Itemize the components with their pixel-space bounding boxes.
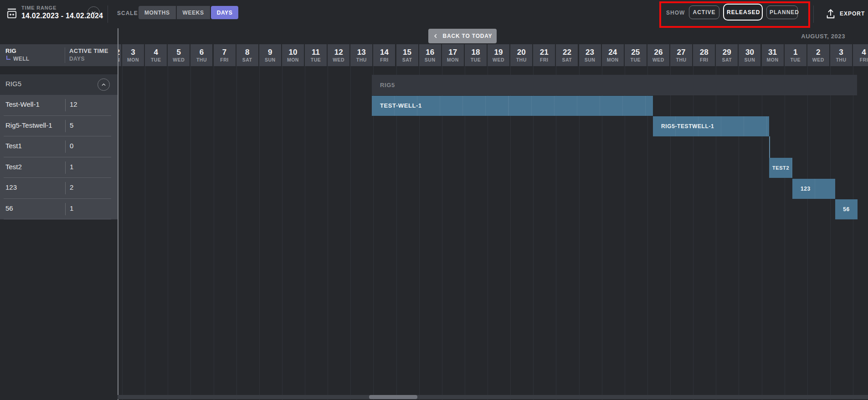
horizontal-scrollbar-thumb[interactable] (369, 395, 417, 399)
weekday-label: SAT (562, 57, 572, 62)
day-number: 4 (862, 48, 866, 57)
well-name: 123 (5, 183, 17, 191)
day-number: 23 (586, 48, 594, 57)
well-active-days: 1 (70, 163, 73, 171)
well-name: Rig5-Testwell-1 (5, 121, 52, 129)
weekday-label: MON (607, 57, 619, 62)
day-gridline (214, 44, 214, 400)
day-header-cell: 2WED (807, 44, 829, 66)
calendar-icon[interactable] (6, 6, 18, 20)
collapse-group-button[interactable] (98, 78, 110, 91)
well-row[interactable]: Test-Well-112 (0, 95, 118, 116)
scale-days-button[interactable]: DAYS (211, 6, 239, 19)
day-number: 4 (154, 48, 158, 57)
weekday-label: SUN (745, 57, 755, 62)
weekday-label: MON (447, 57, 459, 62)
show-filter-label: SHOW (666, 10, 685, 16)
row-column-divider (65, 182, 66, 194)
toolbar-divider (108, 5, 108, 23)
day-gridline (807, 44, 808, 400)
scale-months-button[interactable]: MONTHS (139, 6, 176, 19)
day-gridline (145, 44, 145, 400)
horizontal-scrollbar-track[interactable] (118, 395, 868, 399)
back-to-today-button[interactable]: BACK TO TODAY (428, 29, 497, 43)
weekday-label: MON (127, 57, 139, 62)
day-number: 17 (448, 48, 457, 57)
weekday-label: MON (767, 57, 779, 62)
chevron-left-icon (433, 33, 438, 39)
weekday-label: TUE (471, 57, 481, 62)
day-gridline (762, 44, 762, 400)
day-header-cell: 21FRI (533, 44, 555, 66)
filter-planned-button[interactable]: PLANNED (766, 5, 798, 19)
rig-schedule-app: TIME RANGE 14.02.2023 - 14.02.2024 SCALE… (0, 0, 868, 400)
day-gridline (259, 44, 260, 400)
day-number: 26 (654, 48, 663, 57)
day-header-cell: 26WED (647, 44, 669, 66)
day-number: 9 (268, 48, 272, 57)
weekday-label: SAT (722, 57, 732, 62)
time-range-expand-button[interactable] (87, 6, 100, 19)
weekday-label: SAT (242, 57, 252, 62)
weekday-label: SAT (402, 57, 412, 62)
weekday-label: FRI (540, 57, 548, 62)
well-row[interactable]: 561 (0, 199, 118, 220)
export-label: EXPORT (840, 10, 865, 17)
day-number: 2 (816, 48, 820, 57)
export-button[interactable]: EXPORT (823, 6, 868, 21)
well-row[interactable]: Rig5-Testwell-15 (0, 116, 118, 137)
day-header-cell: 17MON (442, 44, 464, 66)
filter-released-button[interactable]: RELEASED (723, 4, 763, 21)
day-header-cell: 10MON (282, 44, 304, 66)
day-header-cell: 24MON (602, 44, 624, 66)
export-upload-icon (826, 8, 836, 19)
well-row[interactable]: Test21 (0, 157, 118, 178)
weekday-label: MON (287, 57, 299, 62)
day-header-cell: 7FRI (214, 44, 236, 66)
day-header-cell: 20THU (510, 44, 532, 66)
day-header-cell: 16SUN (419, 44, 441, 66)
day-number: 5 (177, 48, 181, 57)
well-bar[interactable]: RIG5-TESTWELL-1 (653, 116, 769, 136)
well-bar[interactable]: 56 (835, 199, 858, 219)
sidebar-gantt-divider[interactable] (118, 28, 118, 400)
day-number: 3 (839, 48, 843, 57)
day-number: 25 (631, 48, 640, 57)
well-row[interactable]: Test10 (0, 136, 118, 157)
well-bar[interactable]: 123 (792, 179, 835, 199)
filter-active-button[interactable]: ACTIVE (689, 5, 719, 19)
day-number: 1 (793, 48, 797, 57)
well-name: Test-Well-1 (5, 100, 40, 108)
rig-column-header: RIG (5, 47, 16, 54)
scale-label: SCALE (117, 10, 138, 16)
day-header-cell: 11TUE (305, 44, 327, 66)
weekday-label: THU (676, 57, 687, 62)
day-number: 11 (312, 48, 320, 57)
well-bar[interactable]: TEST-WELL-1 (372, 96, 653, 116)
weekday-label: THU (836, 57, 846, 62)
day-gridline (693, 44, 693, 400)
well-bar[interactable]: TEST2 (769, 158, 792, 178)
day-number: 16 (426, 48, 434, 57)
rig-group-row[interactable]: RIG5 (0, 74, 118, 95)
day-header-cell: 19WED (488, 44, 509, 66)
day-number: 20 (517, 48, 526, 57)
day-header-cell: 6THU (190, 44, 212, 66)
weekday-label: THU (356, 57, 367, 62)
row-column-divider (65, 203, 66, 215)
day-header-cell: 30SUN (739, 44, 760, 66)
weekday-label: WED (652, 57, 664, 62)
well-active-days: 5 (70, 121, 73, 129)
day-header-cell: 27THU (670, 44, 692, 66)
day-number: 29 (723, 48, 731, 57)
weekday-label: WED (333, 57, 344, 62)
weekday-label: WED (812, 57, 824, 62)
row-column-divider (65, 161, 66, 174)
day-header-cell: 29SAT (716, 44, 738, 66)
active-time-column-header: ACTIVE TIME (69, 47, 108, 54)
well-row[interactable]: 1232 (0, 178, 118, 199)
rig-group-bar[interactable]: RIG5 (372, 75, 857, 95)
subdirectory-corner-icon (6, 56, 10, 60)
scale-weeks-button[interactable]: WEEKS (177, 6, 210, 19)
well-active-days: 2 (70, 183, 73, 191)
